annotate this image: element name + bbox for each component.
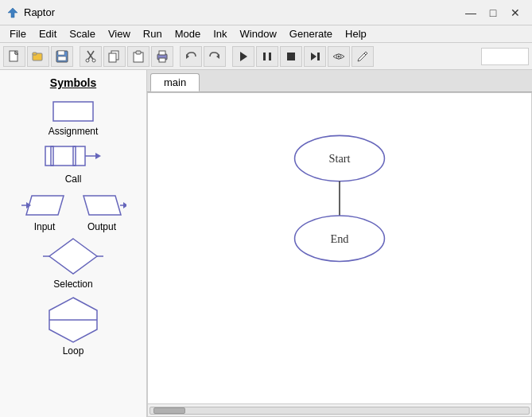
selection-label: Selection — [53, 279, 92, 290]
tab-main[interactable]: main — [150, 73, 200, 92]
svg-rect-26 — [317, 53, 320, 60]
play-button[interactable] — [232, 46, 254, 67]
new-icon — [8, 50, 21, 63]
maximize-button[interactable]: □ — [483, 5, 503, 21]
svg-marker-0 — [8, 8, 17, 18]
app-icon — [6, 6, 19, 19]
stop-button[interactable] — [280, 46, 302, 67]
assignment-label: Assignment — [49, 126, 99, 137]
scrollbar-track[interactable] — [150, 407, 530, 415]
menu-edit[interactable]: Edit — [33, 26, 63, 41]
title-bar: Raptor — □ ✕ — [0, 0, 532, 25]
copy-icon — [108, 50, 121, 63]
svg-text:Start: Start — [328, 152, 350, 165]
svg-rect-13 — [109, 53, 116, 62]
svg-point-10 — [86, 59, 89, 62]
paste-button[interactable] — [127, 46, 150, 67]
minimize-button[interactable]: — — [460, 5, 481, 21]
paste-icon — [132, 50, 145, 63]
menu-view[interactable]: View — [102, 26, 137, 41]
watch-icon — [332, 50, 345, 63]
symbols-grid: Assignment Call — [0, 99, 146, 363]
close-button[interactable]: ✕ — [505, 5, 526, 21]
redo-button[interactable] — [204, 46, 226, 67]
output-label: Output — [87, 221, 116, 232]
stop-icon — [285, 50, 297, 63]
menu-file[interactable]: File — [3, 26, 33, 41]
horizontal-scrollbar[interactable] — [148, 403, 531, 416]
menu-bar: File Edit Scale View Run Mode Ink Window… — [0, 25, 532, 43]
open-icon — [32, 50, 45, 63]
svg-marker-42 — [49, 239, 97, 274]
svg-rect-24 — [287, 53, 295, 60]
svg-marker-41 — [123, 202, 126, 208]
new-button[interactable] — [3, 46, 25, 67]
scrollbar-thumb[interactable] — [153, 407, 185, 414]
svg-rect-18 — [159, 58, 165, 62]
title-bar-controls: — □ ✕ — [460, 5, 526, 21]
svg-rect-22 — [263, 53, 266, 60]
call-label: Call — [65, 173, 82, 185]
pause-button[interactable] — [256, 46, 278, 67]
output-symbol[interactable]: Output — [77, 191, 126, 232]
svg-marker-39 — [83, 196, 121, 215]
watch-button[interactable] — [328, 46, 350, 67]
title-bar-left: Raptor — [6, 6, 55, 19]
input-symbol[interactable]: Input — [20, 191, 69, 232]
svg-marker-35 — [95, 153, 101, 159]
menu-mode[interactable]: Mode — [169, 26, 208, 41]
menu-help[interactable]: Help — [339, 26, 373, 41]
assignment-symbol[interactable]: Assignment — [49, 99, 99, 137]
open-button[interactable] — [27, 46, 49, 67]
svg-point-11 — [92, 59, 95, 62]
output-shape — [77, 191, 126, 220]
assignment-shape — [49, 99, 97, 124]
canvas-inner: Start End CSDN @C-G — [148, 93, 531, 416]
toolbar — [0, 43, 532, 70]
svg-rect-17 — [159, 51, 165, 55]
menu-window[interactable]: Window — [234, 26, 283, 41]
input-label: Input — [34, 221, 56, 232]
cut-icon — [84, 50, 97, 63]
pen-icon — [356, 50, 369, 63]
cut-button[interactable] — [80, 46, 102, 67]
svg-rect-23 — [269, 53, 271, 60]
loop-symbol[interactable]: Loop — [41, 296, 105, 357]
menu-scale[interactable]: Scale — [63, 26, 102, 41]
svg-marker-36 — [26, 196, 64, 215]
menu-run[interactable]: Run — [137, 26, 169, 41]
save-icon — [56, 50, 68, 63]
save-button[interactable] — [51, 46, 73, 67]
canvas-area[interactable]: Start End CSDN @C-G — [147, 92, 532, 417]
redo-icon — [208, 50, 221, 63]
undo-button[interactable] — [180, 46, 202, 67]
step-button[interactable] — [304, 46, 326, 67]
svg-marker-21 — [240, 52, 247, 61]
svg-rect-30 — [53, 102, 93, 121]
copy-button[interactable] — [103, 46, 126, 67]
svg-rect-6 — [58, 51, 64, 55]
print-button[interactable] — [151, 46, 173, 67]
toolbar-search-input[interactable] — [481, 48, 529, 65]
svg-rect-4 — [33, 53, 37, 55]
selection-symbol[interactable]: Selection — [41, 236, 105, 290]
loop-label: Loop — [63, 345, 84, 357]
loop-shape — [41, 296, 105, 344]
menu-ink[interactable]: Ink — [207, 26, 233, 41]
input-output-row: Input Output — [20, 191, 126, 232]
menu-generate[interactable]: Generate — [283, 26, 339, 41]
app-title: Raptor — [24, 6, 55, 18]
pen-button[interactable] — [351, 46, 374, 67]
svg-point-28 — [338, 55, 340, 57]
tab-bar: main — [147, 70, 532, 92]
print-icon — [156, 50, 169, 63]
step-icon — [309, 50, 321, 63]
call-symbol[interactable]: Call — [41, 143, 105, 185]
undo-icon — [184, 50, 197, 63]
flowchart-diagram: Start End — [148, 93, 531, 403]
selection-shape — [41, 236, 105, 277]
svg-text:End: End — [330, 232, 348, 245]
svg-rect-7 — [58, 57, 66, 60]
input-shape — [20, 191, 69, 220]
call-shape — [41, 143, 105, 172]
